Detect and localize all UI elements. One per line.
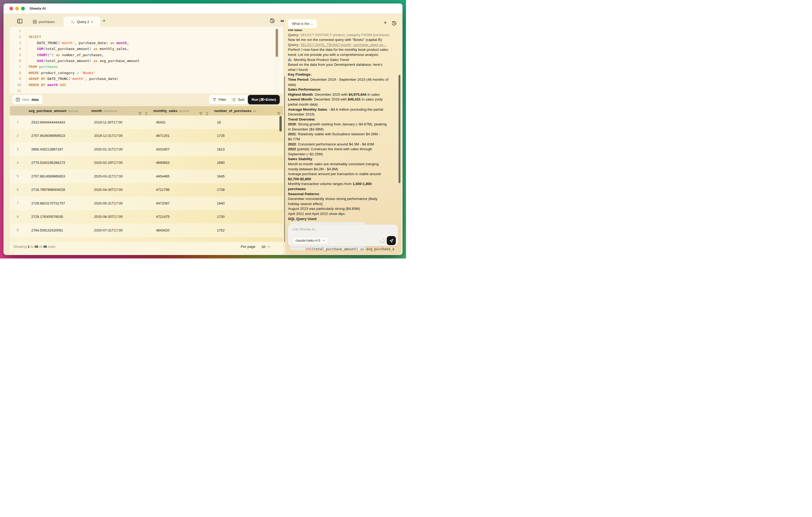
column-header-month[interactable]: monthtimestamp: [88, 109, 150, 113]
close-window-button[interactable]: [9, 7, 13, 10]
per-page-label: Per page: [241, 245, 255, 249]
per-page-select[interactable]: 50: [258, 243, 274, 251]
code-token: WHERE: [29, 71, 39, 75]
table-scrollbar-thumb[interactable]: [280, 116, 282, 132]
table-row[interactable]: 62716.79976985040282020-04-30T17:0047217…: [10, 183, 283, 197]
code-token: DATE_TRUNC: [37, 41, 58, 45]
line-number: 3: [10, 40, 27, 46]
code-token: DATE_TRUNC: [47, 77, 68, 81]
column-sort-icon[interactable]: [206, 112, 208, 115]
column-filter-icon[interactable]: [199, 112, 202, 115]
code-text: SUM(total_purchase_amount) as monthly_sa…: [27, 46, 129, 52]
code-line: 11: [10, 88, 283, 93]
sql-code-line: AVG(total_purchase_amount) as avg_purcha…: [306, 247, 394, 251]
column-type: decimal: [68, 109, 78, 112]
line-number: 7: [10, 64, 27, 70]
column-filter-icon[interactable]: [138, 112, 142, 115]
text-segment: : ~$4.6 million (excluding the partial: [327, 107, 383, 111]
tab-query-2[interactable]: Query 2 •: [64, 17, 100, 27]
text-segment: Key Findings:: [288, 73, 312, 77]
table-row[interactable]: 12523.94444444444432019-11-30T17:0045431…: [10, 115, 283, 129]
chat-scrollbar-thumb[interactable]: [399, 75, 400, 183]
table-cell: 1725: [211, 134, 283, 138]
zoom-window-button[interactable]: [21, 7, 25, 10]
code-token: number_of_purchases,: [60, 53, 104, 57]
table-row[interactable]: 92764.5091324200912020-07-31T17:00484342…: [10, 223, 283, 237]
code-token: ): [116, 77, 119, 81]
table-row[interactable]: 82729.1763005780352020-06-30T17:00472147…: [10, 210, 283, 224]
column-header-monthly_sales[interactable]: monthly_salesdecimal: [150, 109, 211, 113]
table-cell: 2020-05-31T17:00: [88, 201, 150, 205]
view-data-button[interactable]: View data: [12, 95, 42, 104]
table-row[interactable]: 52707.88145896656532020-03-31T17:0044544…: [10, 169, 283, 183]
table-cell: 2020-04-30T17:00: [88, 188, 150, 192]
table-row[interactable]: 42775.53431952662732020-02-29T17:0046906…: [10, 156, 283, 170]
chat-line: December consistently shows strong perfo…: [288, 196, 399, 201]
text-segment: : Relatively stable with fluctuations be…: [296, 132, 380, 136]
history-icon[interactable]: [269, 18, 275, 24]
table-cell: 1645: [211, 174, 283, 178]
filter-button[interactable]: Filter: [209, 95, 230, 104]
code-token: (: [43, 59, 46, 63]
send-button[interactable]: [387, 236, 396, 245]
text-segment: Now let me run the corrected query with …: [288, 38, 383, 42]
chat-line: September (~$2.25M): [288, 152, 399, 157]
sort-button[interactable]: Sort: [228, 95, 248, 104]
code-token: *: [50, 53, 52, 57]
new-tab-button[interactable]: +: [103, 18, 106, 24]
text-segment: in sales (only: [360, 97, 382, 101]
tab-purchases[interactable]: purchases: [33, 17, 55, 27]
code-token: [37, 65, 39, 69]
table-cell: 2020-01-31T17:00: [88, 147, 150, 151]
sql-editor[interactable]: 12SELECT3 DATE_TRUNC('month', purchase_d…: [10, 27, 283, 93]
row-number: 9: [10, 228, 25, 232]
table-row[interactable]: 72726.88231707317072020-05-31T17:0044720…: [10, 196, 283, 210]
chat-line: Sales Performance:: [288, 87, 399, 92]
column-sort-icon[interactable]: [145, 112, 147, 115]
showing-from: 1: [28, 245, 30, 249]
chat-line: Trend Overview:: [288, 117, 399, 122]
line-number: 1: [10, 28, 27, 34]
row-number: 2: [10, 134, 25, 138]
model-select[interactable]: claude-haiku-4-5: [292, 237, 328, 244]
panel-resize-handle[interactable]: [284, 76, 285, 242]
chat-thread-title[interactable]: What is the ...: [288, 19, 317, 28]
code-token: as: [110, 41, 114, 45]
text-segment: mostly between $4.2M - $4.8M): [288, 167, 338, 171]
column-header-number_of_purchases[interactable]: number_of_purchasesint: [211, 109, 283, 113]
sidebar-toggle-icon[interactable]: [17, 18, 23, 24]
code-token: [91, 59, 93, 63]
table-cell: 2020-02-29T17:00: [88, 161, 150, 165]
chat-line: April 2021 and April 2022 show dips: [288, 212, 399, 217]
code-token: [114, 41, 116, 45]
infinity-icon[interactable]: ∞: [281, 18, 286, 24]
text-segment: Highest Month: [288, 92, 313, 97]
chat-line: Time Period: December 2019 - September 2…: [288, 77, 399, 82]
table-row[interactable]: 22707.94260869565232019-12-31T17:0046712…: [10, 129, 283, 143]
code-line: 2SELECT: [10, 34, 283, 40]
showing-word: Showing: [13, 245, 27, 249]
chat-history-icon[interactable]: [392, 21, 397, 26]
line-number: 6: [10, 58, 27, 64]
text-segment: $4.77M: [288, 137, 300, 141]
table-cell: 4721475: [150, 215, 211, 219]
code-text: COUNT(*) as number_of_purchases,: [27, 52, 104, 58]
chat-input[interactable]: [292, 227, 359, 231]
column-name: monthly_sales: [153, 109, 177, 113]
chat-line: holiday season effect): [288, 201, 399, 207]
table-row[interactable]: 32685.4352138871672020-01-31T17:00433160…: [10, 142, 283, 156]
chat-input-card: claude-haiku-4-5: [288, 224, 398, 246]
column-filter-icon[interactable]: [277, 112, 281, 115]
minimize-window-button[interactable]: [15, 7, 19, 10]
code-token: 'month': [70, 77, 85, 81]
code-token: as: [360, 247, 364, 251]
new-chat-icon[interactable]: +: [383, 20, 387, 26]
text-segment: April 2021 and April 2022 show dips: [288, 212, 345, 216]
run-query-button[interactable]: Run (⌘+Enter): [248, 95, 280, 104]
editor-scrollbar-thumb[interactable]: [276, 29, 278, 57]
code-token: SELECT: [29, 35, 41, 39]
code-lines: 12SELECT3 DATE_TRUNC('month', purchase_d…: [10, 27, 283, 93]
column-header-avg_purchase_amount[interactable]: avg_purchase_amountdecimal: [25, 109, 88, 113]
run-label: Run (⌘+Enter): [252, 98, 276, 102]
text-segment: Lowest Month: [288, 97, 312, 101]
